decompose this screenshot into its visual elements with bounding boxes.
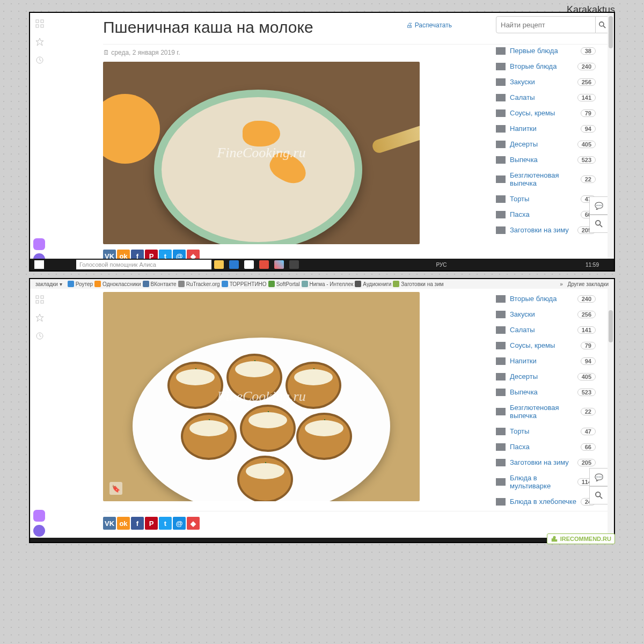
search-float-button[interactable]: [589, 486, 608, 504]
category-item[interactable]: Соусы, кремы79: [496, 105, 596, 121]
share-button[interactable]: t: [159, 517, 172, 530]
share-button[interactable]: ◆: [187, 517, 200, 530]
share-button[interactable]: VK: [103, 517, 116, 530]
category-count: 205: [577, 459, 596, 466]
bookmark-item[interactable]: Аудиокниги: [355, 281, 391, 287]
search-float-button[interactable]: [589, 215, 608, 233]
category-item[interactable]: Блюда в мультиварке114: [496, 470, 596, 494]
taskbar-app-3[interactable]: [244, 260, 254, 269]
browser-sidebar: [30, 13, 50, 270]
category-item[interactable]: Безглютеновая выпечка22: [496, 167, 596, 191]
taskbar-lang[interactable]: РУС: [436, 262, 447, 268]
scrollbar[interactable]: [608, 289, 614, 542]
bookmark-item[interactable]: Роутер: [68, 281, 93, 287]
category-count: 523: [577, 156, 596, 164]
apps-icon[interactable]: [35, 295, 44, 304]
category-icon: [496, 195, 506, 203]
category-item[interactable]: Блюда в хлебопечке24: [496, 494, 596, 509]
comment-button[interactable]: 💬: [589, 196, 608, 215]
category-count: 22: [581, 408, 596, 415]
category-name: Соусы, кремы: [510, 341, 581, 349]
taskbar-app-4[interactable]: [259, 260, 269, 269]
windows-icon[interactable]: [34, 260, 44, 269]
irecommend-badge[interactable]: IRECOMMEND.RU: [547, 533, 615, 544]
taskbar-app-6[interactable]: [289, 260, 299, 269]
taskbar-app-1[interactable]: [214, 260, 224, 269]
bookmark-item[interactable]: ВКонтакте: [143, 281, 177, 287]
category-item[interactable]: Салаты141: [496, 322, 596, 338]
category-item[interactable]: Закуски256: [496, 74, 596, 90]
category-name: Торты: [510, 427, 581, 435]
clock-icon[interactable]: [35, 56, 44, 64]
star-icon[interactable]: [35, 313, 44, 322]
svg-rect-9: [36, 301, 39, 303]
share-button[interactable]: f: [131, 517, 144, 530]
category-name: Блюда в мультиварке: [510, 474, 577, 490]
other-bookmarks[interactable]: Другие закладки: [567, 281, 609, 287]
bookmarks-menu[interactable]: закладки ▾: [35, 281, 62, 287]
share-button[interactable]: @: [173, 517, 186, 530]
search-button[interactable]: [596, 16, 608, 33]
bookmark-item[interactable]: RuTracker.org: [178, 281, 220, 287]
category-count: 256: [577, 78, 596, 86]
extension-icon-1[interactable]: [33, 238, 45, 250]
extension-icon-1[interactable]: [33, 510, 45, 522]
category-item[interactable]: Торты47: [496, 191, 596, 207]
category-item[interactable]: Десерты405: [496, 136, 596, 152]
taskbar-app-5[interactable]: [274, 260, 284, 269]
category-item[interactable]: Пасха66: [496, 439, 596, 455]
category-item[interactable]: Закуски256: [496, 306, 596, 322]
bookmark-item[interactable]: Заготовки на зим: [393, 281, 443, 287]
category-item[interactable]: Заготовки на зиму205: [496, 222, 596, 238]
category-item[interactable]: Вторые блюда240: [496, 291, 596, 306]
category-item[interactable]: Пасха66: [496, 207, 596, 222]
category-name: Безглютеновая выпечка: [510, 404, 581, 420]
category-icon: [496, 326, 506, 334]
category-count: 94: [581, 125, 596, 133]
clock-icon[interactable]: [35, 332, 44, 340]
category-icon: [496, 478, 506, 486]
category-item[interactable]: Заготовки на зиму205: [496, 455, 596, 470]
svg-rect-7: [36, 296, 39, 298]
apps-icon[interactable]: [35, 19, 44, 28]
bookmarks-bar: закладки ▾ РоутерОдноклассникиВКонтактеR…: [30, 279, 614, 289]
bookmark-item[interactable]: Нигма - Интеллек: [302, 281, 354, 287]
svg-rect-10: [41, 301, 43, 303]
svg-point-6: [596, 221, 601, 225]
taskbar-search[interactable]: Голосовой помощник Алиса: [76, 260, 211, 269]
bookmark-item[interactable]: ТОРРЕНТИНО: [222, 281, 267, 287]
category-item[interactable]: Безглютеновая выпечка22: [496, 400, 596, 423]
bookmark-icon[interactable]: 🔖: [109, 482, 122, 495]
bookmark-item[interactable]: Одноклассники: [94, 281, 141, 287]
category-item[interactable]: Выпечка523: [496, 152, 596, 167]
star-icon[interactable]: [35, 38, 44, 46]
category-count: 94: [581, 357, 596, 365]
comment-button[interactable]: 💬: [589, 468, 608, 486]
category-item[interactable]: Первые блюда38: [496, 43, 596, 58]
share-button[interactable]: ok: [117, 517, 130, 530]
category-item[interactable]: Вторые блюда240: [496, 58, 596, 74]
bookmark-item[interactable]: SoftPortal: [268, 281, 300, 287]
category-name: Салаты: [510, 326, 577, 334]
search-input[interactable]: [496, 16, 596, 33]
scrollbar[interactable]: [608, 13, 614, 270]
extension-icon-2[interactable]: [33, 525, 45, 537]
category-name: Заготовки на зиму: [510, 226, 577, 234]
search-box: [496, 16, 596, 33]
category-item[interactable]: Выпечка523: [496, 384, 596, 400]
category-item[interactable]: Напитки94: [496, 121, 596, 136]
category-item[interactable]: Десерты405: [496, 369, 596, 384]
category-item[interactable]: Салаты141: [496, 90, 596, 105]
divider: [103, 511, 608, 511]
category-item[interactable]: Напитки94: [496, 353, 596, 369]
taskbar-app-2[interactable]: [229, 260, 239, 269]
category-item[interactable]: Торты47: [496, 423, 596, 439]
category-count: 256: [577, 311, 596, 318]
print-link[interactable]: 🖨 Распечатать: [406, 21, 452, 29]
category-item[interactable]: Соусы, кремы79: [496, 338, 596, 353]
svg-point-12: [596, 492, 601, 497]
category-name: Десерты: [510, 140, 577, 148]
share-button[interactable]: P: [145, 517, 158, 530]
watermark: FineCooking.ru: [217, 389, 305, 405]
category-name: Соусы, кремы: [510, 109, 581, 117]
